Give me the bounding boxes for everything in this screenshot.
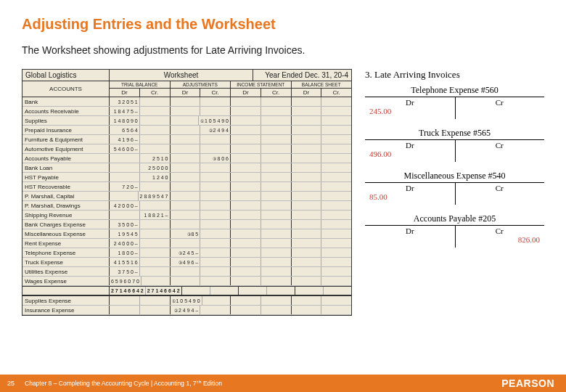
table-row: Shipping Revenue1 8 8 2 1 –	[22, 211, 351, 220]
table-row: Supplies Expense①1 0 5 4 9 0	[22, 296, 351, 306]
worksheet-image: Global Logistics Worksheet Year Ended De…	[22, 69, 352, 316]
table-row: Furniture & Equipment4 1 9 6 –	[22, 135, 351, 144]
table-row: P. Marshall, Capital2 8 8 9 5 4 7	[22, 192, 351, 201]
table-row: Automotive Equipment5 4 6 0 0 –	[22, 144, 351, 154]
page-title: Adjusting Entries and the Worksheet	[22, 16, 544, 33]
ws-company: Global Logistics	[22, 70, 110, 81]
table-row: Prepaid Insurance6 5 6 4②2 4 9 4	[22, 126, 351, 135]
page-subtitle: The Worksheet showing adjustments for La…	[22, 44, 544, 56]
ws-accounts-header: ACCOUNTS	[22, 81, 110, 97]
footer-text: Chapter 8 – Completing the Accounting Cy…	[25, 380, 222, 387]
table-row: P. Marshall, Drawings4 2 0 0 0 –	[22, 201, 351, 211]
ws-group-trial-balance: TRIAL BALANCE	[110, 81, 170, 89]
ws-heading: Worksheet	[110, 70, 253, 81]
t-accounts-heading: 3. Late Arriving Invoices	[365, 69, 544, 81]
ws-period: Year Ended Dec. 31, 20-4	[253, 70, 351, 81]
table-row: Insurance Expense②2 4 9 4 –	[22, 306, 351, 315]
t-account: Miscellaneous Expense #540Dr85.00Cr	[365, 171, 544, 205]
table-row: Rent Expense2 4 0 0 0 –	[22, 239, 351, 248]
t-account: Accounts Payable #205DrCr826.00	[365, 213, 544, 248]
table-row: Accounts Receivable1 8 4 7 5 –	[22, 107, 351, 116]
page-number: 25	[0, 375, 22, 392]
table-row: Utilities Expense3 7 5 0 –	[22, 267, 351, 277]
t-accounts-panel: 3. Late Arriving Invoices Telephone Expe…	[365, 69, 544, 316]
table-row: Miscellaneous Expense1 9 5 4 5③8 5	[22, 229, 351, 239]
table-row: Truck Expense4 1 5 5 1 6③4 9 6 –	[22, 258, 351, 267]
table-row: Bank Loan2 5 0 0 0	[22, 163, 351, 173]
table-row: Accounts Payable2 5 1 0③8 0 6	[22, 154, 351, 163]
t-account: Telephone Expense #560Dr245.00Cr	[365, 85, 544, 119]
brand-logo: PEARSON	[501, 377, 554, 389]
ws-group-balance-sheet: BALANCE SHEET	[292, 81, 352, 89]
table-row: Telephone Expense1 8 0 0 –③2 4 5 –	[22, 248, 351, 258]
table-row: HST Recoverable7 2 0 –	[22, 182, 351, 192]
table-row: Supplies1 4 8 0 9 0①1 0 5 4 9 0	[22, 116, 351, 126]
table-row: 2 7 1 4 6 6 4 22 7 1 4 6 6 4 2	[22, 286, 351, 296]
t-account: Truck Expense #565Dr496.00Cr	[365, 128, 544, 162]
table-row: Bank Charges Expense3 5 0 0 –	[22, 220, 351, 229]
table-row: Bank3 2 0 5 1	[22, 97, 351, 107]
slide-footer: 25 Chapter 8 – Completing the Accounting…	[0, 375, 566, 392]
ws-group-adjustments: ADJUSTMENTS	[171, 81, 231, 89]
table-row: HST Payable1 2 4 0	[22, 173, 351, 182]
table-row: Wages Expense6 5 9 6 0 7 0	[22, 277, 351, 286]
ws-group-income-statement: INCOME STATEMENT	[231, 81, 291, 89]
